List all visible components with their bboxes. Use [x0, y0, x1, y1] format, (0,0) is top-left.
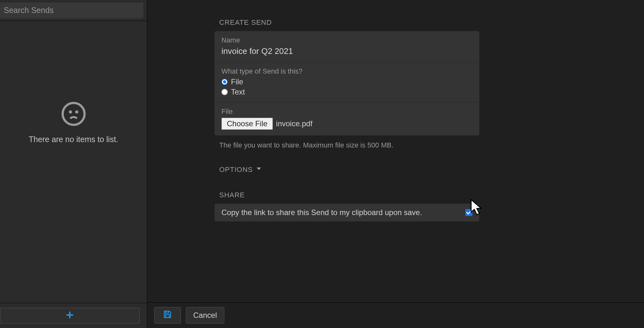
type-radio-file-label: File	[231, 77, 243, 86]
copy-link-checkbox[interactable]	[465, 209, 472, 216]
save-icon	[163, 310, 172, 320]
plus-icon	[66, 311, 73, 321]
options-header-label: OPTIONS	[219, 166, 253, 174]
create-send-header: CREATE SEND	[219, 18, 479, 27]
share-panel: Copy the link to share this Send to my c…	[214, 204, 479, 221]
selected-file-name: invoice.pdf	[276, 119, 312, 128]
type-radio-text[interactable]	[221, 89, 228, 95]
share-header: SHARE	[219, 191, 479, 199]
choose-file-button[interactable]: Choose File	[221, 118, 273, 130]
create-send-panel: Name What type of Send is this? File Tex…	[214, 31, 479, 135]
add-button[interactable]	[0, 308, 140, 324]
empty-state-text: There are no items to list.	[29, 135, 118, 144]
options-toggle[interactable]: OPTIONS	[219, 165, 479, 174]
cancel-button[interactable]: Cancel	[186, 307, 224, 324]
save-button[interactable]	[154, 307, 181, 324]
type-radio-text-label: Text	[231, 88, 245, 96]
name-label: Name	[221, 36, 472, 44]
name-field[interactable]	[221, 46, 472, 56]
type-radio-file[interactable]	[221, 79, 228, 85]
copy-link-label: Copy the link to share this Send to my c…	[221, 208, 422, 217]
chevron-down-icon	[255, 165, 262, 174]
empty-state: There are no items to list.	[0, 21, 147, 303]
file-helper-text: The file you want to share. Maximum file…	[219, 141, 479, 149]
type-label: What type of Send is this?	[221, 67, 472, 75]
file-label: File	[221, 108, 472, 116]
svg-rect-1	[166, 315, 169, 318]
frown-icon	[62, 102, 86, 126]
search-input[interactable]	[0, 3, 143, 18]
svg-rect-0	[166, 311, 168, 313]
